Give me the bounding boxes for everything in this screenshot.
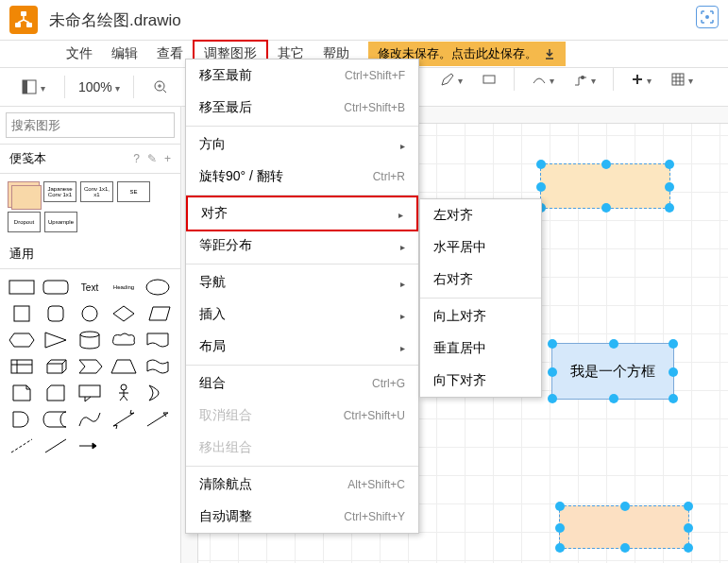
submenu-item[interactable]: 右对齐: [420, 264, 541, 296]
shape-diamond[interactable]: [110, 303, 138, 324]
dropdown-item[interactable]: 对齐: [186, 196, 418, 231]
scratchpad-shapes: Japanese Conv 1x1 Conv 1x1, x1 SE Dropou…: [0, 174, 180, 240]
submenu-item[interactable]: 垂直居中: [420, 333, 541, 365]
shape-card[interactable]: [42, 383, 70, 403]
svg-rect-11: [43, 281, 68, 294]
waypoint-button[interactable]: [567, 68, 601, 91]
dropdown-item[interactable]: 自动调整Ctrl+Shift+Y: [186, 501, 418, 533]
shape-circle[interactable]: [76, 303, 104, 324]
menu-edit[interactable]: 编辑: [102, 42, 147, 66]
shape-actor[interactable]: [110, 383, 138, 403]
dropdown-item[interactable]: 旋转90° / 翻转Ctrl+R: [186, 161, 418, 193]
shape-square[interactable]: [8, 303, 36, 324]
canvas-shape-1[interactable]: [540, 163, 670, 209]
dropdown-item[interactable]: 等距分布: [186, 230, 418, 262]
svg-point-16: [80, 332, 99, 337]
scratchpad-header[interactable]: 便笺本 ? ✎ +: [0, 145, 180, 174]
dropdown-item: 取消组合Ctrl+Shift+U: [186, 400, 418, 432]
insert-button[interactable]: [625, 69, 657, 91]
canvas-shape-2[interactable]: 我是一个方框: [551, 343, 674, 400]
shape-or[interactable]: [144, 383, 172, 403]
shape-parallelogram[interactable]: [144, 303, 172, 324]
edit-icon[interactable]: ✎: [147, 152, 157, 165]
svg-point-3: [705, 15, 709, 19]
shape-ellipse[interactable]: [144, 277, 172, 298]
svg-rect-1: [15, 23, 21, 27]
box-button[interactable]: [476, 68, 502, 91]
add-icon[interactable]: +: [164, 152, 171, 165]
svg-point-8: [581, 76, 584, 79]
scan-icon[interactable]: [696, 6, 719, 28]
shape-line[interactable]: [42, 435, 70, 456]
document-title[interactable]: 未命名绘图.drawio: [49, 9, 181, 31]
shape-callout[interactable]: [76, 383, 104, 403]
svg-rect-13: [14, 306, 29, 321]
table-button[interactable]: [665, 68, 699, 91]
arrange-dropdown: 移至最前Ctrl+Shift+F移至最后Ctrl+Shift+B方向旋转90° …: [185, 59, 419, 534]
shape-roundsquare[interactable]: [42, 303, 70, 324]
zoom-level[interactable]: 100%: [78, 79, 120, 94]
dropdown-item[interactable]: 插入: [186, 299, 418, 331]
svg-rect-7: [483, 76, 495, 83]
shape-cube[interactable]: [42, 356, 70, 377]
shape-thumb[interactable]: Upsample: [44, 212, 77, 232]
dropdown-item[interactable]: 导航: [186, 266, 418, 299]
dropdown-item[interactable]: 移至最后Ctrl+Shift+B: [186, 92, 418, 124]
submenu-item[interactable]: 左对齐: [420, 199, 541, 231]
app-logo: [9, 6, 38, 34]
dropdown-item[interactable]: 移至最前Ctrl+Shift+F: [186, 60, 418, 92]
svg-rect-0: [21, 11, 26, 16]
dropdown-item[interactable]: 布局: [186, 331, 418, 363]
shape-thumb[interactable]: Conv 1x1, x1: [80, 181, 113, 202]
shape-note[interactable]: [8, 383, 36, 403]
chevron-down-icon: [41, 80, 45, 94]
shape-heading[interactable]: Heading: [110, 277, 138, 298]
shape-cylinder[interactable]: [76, 330, 104, 350]
pencil-button[interactable]: [434, 68, 468, 91]
zoom-in-button[interactable]: [147, 76, 174, 98]
shape-roundrect[interactable]: [42, 277, 70, 298]
dropdown-item[interactable]: 清除航点Alt+Shift+C: [186, 469, 418, 501]
dropdown-item[interactable]: 组合Ctrl+G: [186, 367, 418, 400]
shape-internal[interactable]: [8, 356, 36, 377]
shape-document[interactable]: [144, 330, 172, 350]
shape-thumb[interactable]: Japanese Conv 1x1: [43, 181, 76, 202]
shape-rect[interactable]: [8, 277, 36, 298]
shape-dirarrow[interactable]: [76, 435, 104, 456]
shape-hexagon[interactable]: [8, 330, 36, 350]
help-icon[interactable]: ?: [133, 152, 140, 165]
shape-tape[interactable]: [144, 356, 172, 377]
svg-point-15: [82, 306, 97, 321]
shape-thumb[interactable]: SE: [117, 181, 150, 202]
general-section-header[interactable]: 通用: [0, 240, 180, 269]
shape-datastore[interactable]: [42, 409, 70, 430]
download-icon: [543, 47, 556, 60]
svg-rect-17: [11, 360, 32, 373]
shape-cloud[interactable]: [110, 330, 138, 350]
shape-trapezoid[interactable]: [110, 356, 138, 377]
submenu-item[interactable]: 向下对齐: [420, 365, 541, 397]
sidebar: 便笺本 ? ✎ + Japanese Conv 1x1 Conv 1x1, x1…: [0, 107, 181, 563]
canvas-shape-3[interactable]: [559, 505, 689, 549]
menu-file[interactable]: 文件: [57, 42, 102, 66]
search-input[interactable]: [6, 112, 175, 138]
shape-thumb[interactable]: [8, 181, 40, 208]
svg-rect-5: [23, 80, 27, 94]
svg-rect-18: [79, 385, 100, 397]
submenu-item[interactable]: 水平居中: [420, 231, 541, 264]
connector-button[interactable]: [526, 68, 560, 91]
shape-step[interactable]: [76, 356, 104, 377]
shape-and[interactable]: [8, 409, 36, 430]
shape-arrow[interactable]: [144, 409, 172, 430]
general-shapes: Text Heading: [0, 269, 180, 464]
shape-biarrow[interactable]: [110, 409, 138, 430]
submenu-item[interactable]: 向上对齐: [420, 300, 541, 333]
shape-triangle[interactable]: [42, 330, 70, 350]
dropdown-item: 移出组合: [186, 432, 418, 464]
shape-curve[interactable]: [76, 409, 104, 430]
shape-dashline[interactable]: [8, 435, 36, 456]
dropdown-item[interactable]: 方向: [186, 128, 418, 161]
shape-thumb[interactable]: Dropout: [8, 212, 41, 232]
sidebar-toggle-button[interactable]: [15, 75, 51, 99]
shape-text[interactable]: Text: [76, 277, 104, 298]
